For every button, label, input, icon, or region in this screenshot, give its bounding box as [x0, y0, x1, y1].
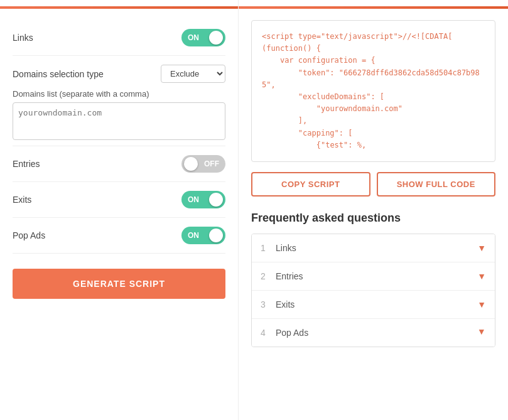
- faq-title: Frequently asked questions: [251, 212, 495, 225]
- main-container: Links ON Domains selection type Exclude …: [0, 0, 508, 420]
- script-buttons: COPY SCRIPT SHOW FULL CODE: [251, 172, 495, 197]
- code-content: <script type="text/javascript">//<![CDAT…: [262, 31, 485, 151]
- faq-item-entries[interactable]: 2 Entries ▼: [252, 262, 495, 291]
- links-toggle-label: ON: [188, 33, 199, 42]
- faq-num-3: 3: [261, 299, 276, 310]
- right-panel: <script type="text/javascript">//<![CDAT…: [239, 0, 508, 420]
- exits-toggle[interactable]: ON: [181, 191, 225, 208]
- faq-num-4: 4: [261, 328, 276, 338]
- exits-label: Exits: [13, 195, 31, 205]
- links-toggle-knob: [209, 31, 223, 45]
- show-full-code-button[interactable]: SHOW FULL CODE: [377, 172, 496, 197]
- entries-toggle-label: OFF: [204, 159, 219, 168]
- domains-selection-label: Domains selection type: [13, 69, 104, 79]
- faq-text-entries: Entries: [276, 271, 477, 281]
- code-box: <script type="text/javascript">//<![CDAT…: [251, 20, 495, 162]
- faq-text-exits: Exits: [276, 299, 477, 310]
- links-label: Links: [13, 33, 33, 43]
- domains-textarea[interactable]: yourowndomain.com: [13, 102, 225, 140]
- faq-text-links: Links: [276, 243, 477, 253]
- domains-list-label: Domains list (separate with a comma): [13, 89, 225, 99]
- links-row: Links ON: [13, 20, 225, 56]
- top-bar-left: [0, 6, 238, 9]
- pop-ads-toggle[interactable]: ON: [181, 227, 225, 244]
- chevron-down-icon-1: ▼: [477, 243, 486, 253]
- generate-script-button[interactable]: GENERATE SCRIPT: [13, 269, 225, 299]
- pop-ads-row: Pop Ads ON: [13, 218, 225, 254]
- top-bar-right: [239, 6, 508, 9]
- exits-toggle-knob: [209, 193, 223, 207]
- faq-item-links[interactable]: 1 Links ▼: [252, 234, 495, 262]
- entries-toggle-knob: [184, 157, 198, 171]
- entries-label: Entries: [13, 159, 40, 169]
- domains-type-row: Domains selection type Exclude Include: [13, 65, 225, 83]
- links-toggle[interactable]: ON: [181, 29, 225, 46]
- pop-ads-toggle-knob: [209, 229, 223, 242]
- faq-item-exits[interactable]: 3 Exits ▼: [252, 291, 495, 319]
- domains-select[interactable]: Exclude Include: [161, 65, 225, 83]
- copy-script-button[interactable]: COPY SCRIPT: [251, 172, 370, 197]
- pop-ads-toggle-label: ON: [188, 231, 199, 240]
- faq-item-pop-ads[interactable]: 4 Pop Ads ▲: [252, 319, 495, 347]
- faq-list: 1 Links ▼ 2 Entries ▼ 3 Exits ▼ 4 Pop Ad…: [251, 234, 495, 347]
- domains-section: Domains selection type Exclude Include D…: [13, 56, 225, 146]
- faq-text-pop-ads: Pop Ads: [276, 328, 477, 338]
- exits-row: Exits ON: [13, 182, 225, 218]
- faq-num-1: 1: [261, 243, 276, 253]
- pop-ads-label: Pop Ads: [13, 230, 45, 240]
- entries-toggle[interactable]: OFF: [181, 155, 225, 173]
- chevron-down-icon-2: ▼: [477, 271, 486, 281]
- chevron-down-icon-3: ▼: [477, 299, 486, 310]
- entries-row: Entries OFF: [13, 146, 225, 182]
- exits-toggle-label: ON: [188, 195, 199, 204]
- faq-num-2: 2: [261, 271, 276, 281]
- chevron-up-icon-4: ▲: [477, 328, 486, 338]
- left-panel: Links ON Domains selection type Exclude …: [0, 0, 239, 420]
